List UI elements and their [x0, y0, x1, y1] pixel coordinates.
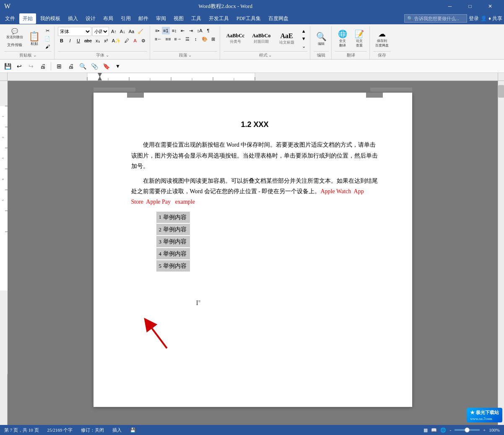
sort-button[interactable]: ↕A — [196, 27, 204, 34]
numbering-button[interactable]: ≡1 — [162, 27, 170, 34]
justify-button[interactable]: ☰ — [184, 35, 191, 43]
toolbar-extra2[interactable]: 🖨 — [66, 61, 76, 71]
view-web-icon[interactable]: 🌐 — [440, 427, 446, 433]
clipboard-label: 剪贴板 ⌄ — [4, 51, 52, 59]
toolbar-extra4[interactable]: 📎 — [89, 61, 99, 71]
minimize-button[interactable]: ─ — [440, 0, 460, 13]
format-painter-button[interactable]: 🖌 — [43, 43, 52, 50]
subscript-button[interactable]: x₁ — [94, 37, 101, 44]
menu-mytemplate[interactable]: 我的模板 — [37, 13, 64, 24]
align-right-button[interactable]: ≡→ — [173, 35, 182, 43]
menu-mail[interactable]: 邮件 — [135, 13, 152, 24]
view-normal-icon[interactable]: ▦ — [423, 427, 428, 433]
align-center-button[interactable]: ≡≡ — [164, 35, 172, 43]
ribbon-paragraph-group: ≡• ≡1 ≡↕ ⇤ ⇥ ↕A ¶ ≡← ≡≡ ≡→ ☰ ↕ 🎨 — [151, 26, 220, 59]
svg-text:3: 3 — [1, 158, 5, 159]
zoom-out-button[interactable]: - — [449, 427, 451, 432]
print-button[interactable]: 🖨 — [38, 61, 48, 71]
search-editing-button[interactable]: 🔍 编辑 — [314, 27, 329, 50]
font-case-button[interactable]: Aa — [127, 28, 135, 35]
undo-button[interactable]: ↩ — [14, 61, 24, 71]
fulltext-translate-button[interactable]: 🌐 全文翻译 — [335, 27, 350, 50]
menu-view[interactable]: 视图 — [170, 13, 187, 24]
superscript-button[interactable]: x² — [102, 37, 110, 44]
toolbar-extra1[interactable]: ⊞ — [54, 61, 64, 71]
font-size-select[interactable]: 小四 — [92, 27, 109, 36]
maximize-button[interactable]: □ — [460, 0, 480, 13]
text-effect-button[interactable]: A✨ — [111, 37, 122, 44]
shading-button[interactable]: 🎨 — [200, 35, 209, 43]
ribbon-editing-group: 🔍 编辑 编辑 — [311, 26, 332, 59]
style-fengmiangqi[interactable]: AaBbCo 封面日期 — [249, 31, 273, 46]
increase-indent-button[interactable]: ⇥ — [187, 27, 195, 34]
zoom-slider[interactable] — [455, 429, 480, 431]
font-settings-button[interactable]: ⚙ — [140, 37, 147, 44]
style-scroll-down[interactable]: ▼ — [300, 35, 307, 42]
ribbon-styles-group: AaBbCc 分类号 AaBbCo 封面日期 AaE 论文标题 ▲ ▼ ⌄ — [221, 26, 310, 59]
view-read-icon[interactable]: 📖 — [431, 427, 437, 433]
paper-check-button[interactable]: 📝 论文查重 — [352, 27, 367, 50]
svg-line-27 — [148, 323, 167, 348]
clear-format-button[interactable]: 🧹 — [136, 28, 145, 35]
ruler-top — [8, 73, 498, 80]
ribbon-clipboard-group: 💬 发送到微信 文件传输 📋 粘贴 ✂ 📄 🖌 — [2, 26, 55, 59]
file-transfer-button[interactable]: 文件传输 — [4, 40, 25, 49]
decrease-indent-button[interactable]: ⇤ — [179, 27, 187, 34]
underline-button[interactable]: U — [75, 37, 82, 44]
styles-label: 样式 ⌄ — [223, 51, 307, 59]
font-name-select[interactable]: 宋体 — [58, 27, 91, 36]
menu-file[interactable]: 文件 — [2, 13, 18, 24]
save-button[interactable]: 💾 — [3, 61, 13, 71]
font-size-increase-button[interactable]: A↑ — [110, 28, 118, 35]
document-para2: 在新的阅读视图中阅读更加容易。可以折叠文档某些部分并关注所需文本。如果在达到结尾… — [131, 176, 379, 207]
scroll-thumb[interactable] — [498, 85, 504, 98]
font-size-decrease-button[interactable]: A↓ — [119, 28, 127, 35]
cut-button[interactable]: ✂ — [43, 27, 52, 34]
titlebar: W Word教程2.docx - Word ─ □ ✕ — [0, 0, 504, 13]
search-box[interactable]: 🔍 告诉我您想要做什么... — [404, 14, 467, 23]
style-fenleihao[interactable]: AaBbCc 分类号 — [223, 31, 247, 46]
menu-layout[interactable]: 布局 — [100, 13, 117, 24]
toolbar-extra5[interactable]: 🔖 — [101, 61, 111, 71]
menu-baidu[interactable]: 百度网盘 — [265, 13, 292, 24]
line-spacing-button[interactable]: ↕ — [192, 35, 200, 43]
statusbar: 第 7 页，共 10 页 25/2169 个字 修订：关闭 插入 💾 ▦ 📖 🌐… — [0, 425, 504, 435]
borders-button[interactable]: ⊞ — [210, 35, 217, 43]
toolbar-extra6[interactable]: ▼ — [113, 61, 123, 71]
share-button[interactable]: ♦ 共享 — [488, 15, 502, 22]
font-color-button[interactable]: A — [131, 37, 139, 44]
redo-button[interactable]: ↪ — [26, 61, 36, 71]
menu-tools[interactable]: 工具 — [188, 13, 205, 24]
menu-pdf[interactable]: PDF工具集 — [233, 13, 264, 24]
send-wechat-button[interactable]: 💬 发送到微信 — [4, 28, 25, 39]
right-scrollbar[interactable] — [498, 81, 504, 425]
style-lunwenbiaoti[interactable]: AaE 论文标题 — [275, 31, 298, 47]
track-changes: 修订：关闭 — [81, 427, 104, 433]
menu-references[interactable]: 引用 — [117, 13, 134, 24]
menu-review[interactable]: 审阅 — [153, 13, 169, 24]
zoom-thumb[interactable] — [465, 427, 470, 432]
save-baidu-button[interactable]: ☁ 保存到百度网盘 — [373, 27, 391, 50]
page-info: 第 7 页，共 10 页 — [4, 427, 39, 433]
show-marks-button[interactable]: ¶ — [204, 27, 212, 34]
menu-insert[interactable]: 插入 — [65, 13, 81, 24]
bullets-button[interactable]: ≡• — [153, 27, 161, 34]
paste-button[interactable]: 📋 粘贴 — [26, 27, 42, 50]
bold-button[interactable]: B — [58, 37, 65, 44]
highlight-button[interactable]: 🖊 — [123, 37, 130, 44]
zoom-in-button[interactable]: + — [483, 427, 486, 432]
strikethrough-button[interactable]: abc — [83, 37, 93, 44]
close-button[interactable]: ✕ — [481, 0, 500, 13]
italic-button[interactable]: I — [66, 37, 74, 44]
save-icon: 💾 — [130, 427, 136, 433]
menu-home[interactable]: 开始 — [19, 13, 36, 24]
menu-developer[interactable]: 开发工具 — [205, 13, 232, 24]
login-button[interactable]: 登录 — [469, 15, 479, 22]
style-scroll-up[interactable]: ▲ — [300, 27, 307, 35]
multilevel-button[interactable]: ≡↕ — [171, 27, 178, 34]
align-left-button[interactable]: ≡← — [153, 35, 163, 43]
copy-button[interactable]: 📄 — [43, 35, 52, 42]
menu-design[interactable]: 设计 — [82, 13, 99, 24]
style-more[interactable]: ⌄ — [300, 42, 307, 50]
toolbar-extra3[interactable]: 🔍 — [78, 61, 88, 71]
